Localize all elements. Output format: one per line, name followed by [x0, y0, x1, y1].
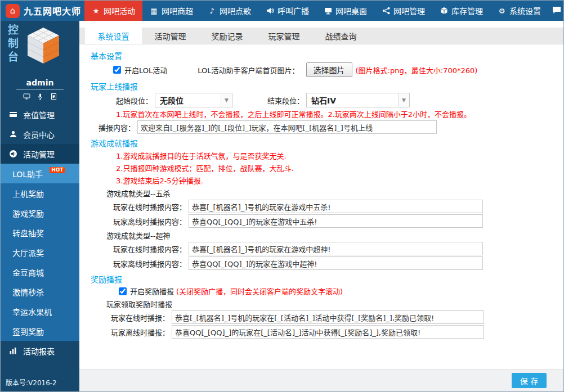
topmenu-item-netbar-manage[interactable]: 网吧管理 [374, 1, 432, 21]
footer-bar: 保 存 [79, 369, 563, 391]
sidebar-item-member-center[interactable]: 会员中心 [1, 124, 79, 144]
basic-settings-row: 开启LOL活动 LOL活动助手客户端首页图片： 选择图片 (图片格式:png，最… [113, 62, 563, 77]
topmenu-item-inventory-manage[interactable]: 库存管理 [432, 1, 490, 21]
penta-offline-input[interactable] [189, 214, 483, 228]
tab-system-settings[interactable]: 系统设置 [85, 28, 142, 44]
reward-online-row: 玩家在线时播报： [111, 310, 563, 324]
sidebar-item-wheel-lottery[interactable]: 转盘抽奖 [1, 223, 79, 242]
sidebar-item-label: 金豆商城 [12, 267, 44, 278]
topmenu-label: 网吧活动 [104, 5, 135, 16]
document-icon[interactable] [50, 92, 57, 102]
sidebar-item-activity-manage[interactable]: 活动管理 [1, 144, 79, 164]
reward-offline-input[interactable] [172, 325, 484, 339]
section-basic-header: 基本设置 [91, 50, 563, 61]
app-title: 九五网吧大师 [24, 4, 81, 17]
main-panel: 系统设置 活动管理 奖励记录 玩家管理 战绩查询 基本设置 开启LOL活动 LO… [79, 21, 563, 391]
online-broadcast-content-input[interactable] [137, 120, 437, 134]
sidebar-item-label: 充值管理 [23, 109, 55, 120]
start-rank-select[interactable]: 无段位 ▼ [155, 93, 232, 107]
app-logo-icon: ⌂ [6, 4, 20, 18]
app-window: ⌂ 九五网吧大师 ★ 网吧活动 ▦ 网吧商超 ♪ 网吧点歌 呼叫广播 网吧桌面 [0, 0, 564, 392]
topmenu-label: 网吧点歌 [220, 5, 251, 16]
topmenu-item-netbar-desktop[interactable]: 网吧桌面 [316, 1, 374, 21]
version-label: 版本号:V2016-2 [6, 377, 57, 387]
microphone-icon[interactable] [37, 92, 44, 102]
legendary-online-label: 玩家在线时播报内容： [113, 244, 186, 254]
penta-online-label: 玩家在线时播报内容： [113, 201, 186, 212]
section-online-broadcast-header: 玩家上线播报 [91, 80, 563, 92]
reward-online-input[interactable] [172, 310, 484, 324]
end-rank-value: 钻石IV [307, 93, 398, 107]
sidebar-nav: 充值管理 会员中心 活动管理 LOL助手 HOT 上机奖励 游戏奖励 转盘抽奖 [1, 105, 79, 361]
legendary-offline-row: 玩家离线时播报内容： [113, 256, 563, 270]
legendary-offline-input[interactable] [189, 256, 483, 270]
topmenu-label: 系统设置 [509, 5, 541, 16]
sidebar-item-lucky-fruit[interactable]: 幸运水果机 [1, 301, 79, 321]
sidebar-item-activity-report[interactable]: 活动报表 [1, 341, 79, 361]
sidebar: 控制台 admin [1, 21, 79, 391]
save-button[interactable]: 保 存 [512, 373, 547, 388]
legendary-offline-label: 玩家离线时播报内容： [113, 258, 186, 269]
topmenu-label: 网吧桌面 [335, 5, 367, 16]
rank-range-row: 起始段位： 无段位 ▼ 结束段位： 钻石IV ▼ [116, 93, 563, 107]
legendary-online-row: 玩家在线时播报内容： [113, 242, 563, 255]
lol-activity-checkbox[interactable] [113, 66, 121, 74]
reward-broadcast-checkbox[interactable] [119, 287, 127, 295]
topmenu-item-netbar-music[interactable]: ♪ 网吧点歌 [200, 1, 258, 21]
topmenu-item-system-settings[interactable]: ⚙ 系统设置 [490, 1, 548, 21]
cube-logo-icon [24, 24, 62, 70]
end-rank-select[interactable]: 钻石IV ▼ [306, 93, 410, 107]
topmenu-item-netbar-mall[interactable]: ▦ 网吧商超 [142, 1, 200, 21]
monitor-icon[interactable] [23, 92, 30, 102]
reward-enable-label: 开启奖励播报 [130, 286, 174, 296]
achievement-note-3: 3.游戏结束后2-5分钟播报. [116, 175, 563, 186]
reward-enable-row: 开启奖励播报 (关闭奖励广播，同时会关闭客户端的奖励文字滚动) [119, 286, 563, 296]
online-broadcast-note: 1.玩家首次在本网吧上线时，不会播报，之后上线即可正常播报。2.玩家两次上线间隔… [116, 109, 563, 119]
reward-offline-row: 玩家离线时播报： [111, 325, 563, 339]
tab-bar: 系统设置 活动管理 奖励记录 玩家管理 战绩查询 [79, 28, 563, 44]
reward-online-label: 玩家在线时播报： [111, 312, 169, 323]
titlebar: ⌂ 九五网吧大师 ★ 网吧活动 ▦ 网吧商超 ♪ 网吧点歌 呼叫广播 网吧桌面 [1, 1, 563, 21]
music-icon: ♪ [208, 7, 216, 15]
tab-reward-records[interactable]: 奖励记录 [199, 28, 256, 44]
sidebar-item-label: 转盘抽奖 [12, 227, 44, 238]
sidebar-item-checkin-reward[interactable]: 签到奖励 [1, 321, 79, 341]
inventory-icon [440, 7, 448, 15]
sidebar-item-recharge[interactable]: 充值管理 [1, 105, 79, 124]
start-rank-value: 无段位 [155, 93, 221, 107]
sidebar-item-hall-prize[interactable]: 大厅派奖 [1, 242, 79, 262]
legendary-online-input[interactable] [189, 242, 483, 255]
topmenu-label: 网吧商超 [162, 5, 193, 16]
message-button[interactable] [548, 1, 564, 21]
sidebar-item-label: 签到奖励 [12, 326, 44, 337]
sidebar-item-game-reward[interactable]: 游戏奖励 [1, 203, 79, 223]
pick-image-button[interactable]: 选择图片 [306, 62, 352, 77]
penta-online-row: 玩家在线时播报内容： [113, 200, 563, 213]
homepage-image-label: LOL活动助手客户端首页图片： [198, 65, 299, 75]
topmenu-item-call-broadcast[interactable]: 呼叫广播 [258, 1, 316, 21]
sidebar-item-lol-assistant[interactable]: LOL助手 HOT [1, 164, 79, 183]
penta-offline-label: 玩家离线时播报内容： [113, 216, 186, 227]
reward-offline-label: 玩家离线时播报： [111, 327, 169, 337]
settings-content: 基本设置 开启LOL活动 LOL活动助手客户端首页图片： 选择图片 (图片格式:… [79, 44, 563, 339]
username: admin [16, 78, 64, 89]
section-reward-header: 奖励播报 [91, 273, 563, 285]
chevron-down-icon: ▼ [221, 93, 232, 107]
sidebar-item-label: LOL助手 [12, 168, 43, 179]
topmenu-label: 网吧管理 [393, 5, 425, 16]
sidebar-item-machine-reward[interactable]: 上机奖励 [1, 183, 79, 203]
achievement-note-1: 1.游戏成就播报目的在于活跃气氛，与是否获奖无关. [116, 150, 563, 161]
sidebar-item-goldbean-mall[interactable]: 金豆商城 [1, 262, 79, 282]
tab-match-query[interactable]: 战绩查询 [312, 28, 369, 44]
topmenu-label: 呼叫广播 [277, 5, 309, 16]
sidebar-item-flash-sale[interactable]: 激情秒杀 [1, 282, 79, 301]
tab-activity-management[interactable]: 活动管理 [142, 28, 199, 44]
tab-player-management[interactable]: 玩家管理 [256, 28, 312, 44]
sidebar-item-label: 上机奖励 [12, 188, 44, 199]
penta-online-input[interactable] [189, 200, 483, 213]
topmenu-item-netbar-activity[interactable]: ★ 网吧活动 [84, 1, 142, 21]
activity-icon [8, 150, 18, 158]
sidebar-item-label: 幸运水果机 [12, 306, 52, 317]
user-area: admin [1, 77, 79, 89]
report-icon [8, 346, 18, 355]
